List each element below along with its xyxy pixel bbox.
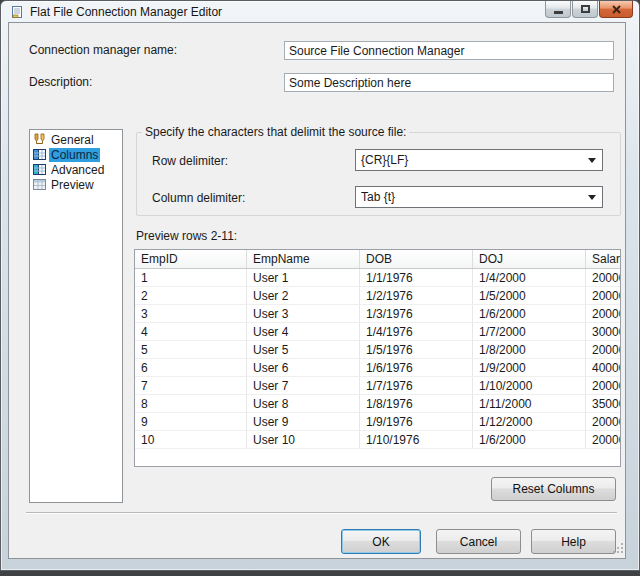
table-cell: 20000 — [586, 377, 621, 394]
table-cell: User 6 — [247, 359, 360, 376]
sidebar-item-general[interactable]: General — [33, 132, 122, 147]
table-cell: 1/7/1976 — [360, 377, 473, 394]
description-label: Description: — [29, 75, 92, 89]
column-delimiter-combobox[interactable]: Tab {t} — [355, 186, 603, 208]
table-cell: 20000 — [586, 305, 621, 322]
delimiters-groupbox: Specify the characters that delimit the … — [136, 132, 621, 216]
table-cell: 7 — [135, 377, 247, 394]
row-delimiter-combobox[interactable]: {CR}{LF} — [355, 149, 603, 171]
table-cell: 20000 — [586, 431, 621, 448]
sidebar-item-label: Preview — [49, 178, 96, 192]
table-cell: 1/4/2000 — [473, 269, 586, 286]
table-cell: 20000 — [586, 341, 621, 358]
table-cell: 1/3/1976 — [360, 305, 473, 322]
table-cell: 1/5/1976 — [360, 341, 473, 358]
table-row[interactable]: 10User 101/10/19761/6/200020000 — [135, 431, 621, 449]
table-cell: 1 — [135, 269, 247, 286]
table-cell: 1/9/1976 — [360, 413, 473, 430]
table-cell: 1/11/2000 — [473, 395, 586, 412]
table-advanced-icon — [33, 163, 46, 176]
table-cell: 20000 — [586, 287, 621, 304]
description-input[interactable] — [284, 73, 614, 92]
sidebar-item-columns[interactable]: Columns — [33, 147, 122, 162]
close-icon — [611, 4, 622, 15]
resize-grip-icon[interactable] — [612, 542, 624, 557]
table-cell: User 4 — [247, 323, 360, 340]
table-cell: User 1 — [247, 269, 360, 286]
table-row[interactable]: 6User 61/6/19761/9/200040000 — [135, 359, 621, 377]
connection-icon — [33, 133, 46, 146]
table-row[interactable]: 8User 81/8/19761/11/200035000 — [135, 395, 621, 413]
sidebar-item-preview[interactable]: Preview — [33, 177, 122, 192]
table-cell: User 7 — [247, 377, 360, 394]
help-button[interactable]: Help — [531, 529, 616, 554]
table-cell: 1/2/1976 — [360, 287, 473, 304]
table-cell: 1/8/2000 — [473, 341, 586, 358]
connection-name-input[interactable] — [284, 41, 614, 60]
table-cell: 1/1/1976 — [360, 269, 473, 286]
row-delimiter-value: {CR}{LF} — [361, 153, 408, 167]
table-cell: 1/12/2000 — [473, 413, 586, 430]
table-cell: User 8 — [247, 395, 360, 412]
column-header[interactable]: DOB — [360, 250, 473, 268]
table-row[interactable]: 4User 41/4/19761/7/200030000 — [135, 323, 621, 341]
column-header[interactable]: DOJ — [473, 250, 586, 268]
table-cell: 1/7/2000 — [473, 323, 586, 340]
window-icon — [10, 5, 24, 19]
chevron-down-icon — [588, 195, 596, 200]
cancel-button[interactable]: Cancel — [436, 529, 521, 554]
table-cell: User 10 — [247, 431, 360, 448]
column-header[interactable]: Salary — [586, 250, 621, 268]
column-delimiter-label: Column delimiter: — [152, 191, 245, 205]
table-row[interactable]: 9User 91/9/19761/12/200020000 — [135, 413, 621, 431]
table-row[interactable]: 7User 71/7/19761/10/200020000 — [135, 377, 621, 395]
table-cell: 20000 — [586, 413, 621, 430]
window-title: Flat File Connection Manager Editor — [30, 5, 222, 19]
delimiters-group-label: Specify the characters that delimit the … — [142, 125, 409, 139]
column-header[interactable]: EmpID — [135, 250, 247, 268]
table-cell: 1/10/2000 — [473, 377, 586, 394]
table-row[interactable]: 3User 31/3/19761/6/200020000 — [135, 305, 621, 323]
chevron-down-icon — [588, 158, 596, 163]
table-cell: User 3 — [247, 305, 360, 322]
sidebar-item-label: Advanced — [49, 163, 106, 177]
preview-table-body: 1User 11/1/19761/4/2000200002User 21/2/1… — [135, 269, 620, 449]
table-row[interactable]: 1User 11/1/19761/4/200020000 — [135, 269, 621, 287]
table-row[interactable]: 2User 21/2/19761/5/200020000 — [135, 287, 621, 305]
preview-table[interactable]: EmpIDEmpNameDOBDOJSalary 1User 11/1/1976… — [134, 249, 621, 467]
table-cell: 5 — [135, 341, 247, 358]
table-cell: 10 — [135, 431, 247, 448]
table-cell: 1/6/2000 — [473, 305, 586, 322]
table-cell: 4 — [135, 323, 247, 340]
connection-name-label: Connection manager name: — [29, 43, 177, 57]
minimize-button[interactable] — [545, 1, 571, 18]
table-cell: 35000 — [586, 395, 621, 412]
sidebar-item-label: Columns — [49, 148, 100, 162]
table-cell: User 9 — [247, 413, 360, 430]
dialog-client-area: Connection manager name: Description: Ge… — [8, 22, 626, 559]
maximize-icon — [581, 5, 590, 13]
table-cell: 9 — [135, 413, 247, 430]
dialog-window: Flat File Connection Manager Editor Conn… — [0, 0, 640, 571]
close-button[interactable] — [599, 1, 633, 18]
table-preview-icon — [33, 178, 46, 191]
pages-list: General Columns — [29, 129, 123, 503]
minimize-icon — [554, 11, 563, 14]
table-cell: 1/5/2000 — [473, 287, 586, 304]
table-columns-icon — [33, 148, 46, 161]
sidebar-item-label: General — [49, 133, 96, 147]
table-cell: 1/4/1976 — [360, 323, 473, 340]
separator-line — [26, 512, 617, 514]
reset-columns-button[interactable]: Reset Columns — [491, 477, 616, 501]
table-cell: 3 — [135, 305, 247, 322]
maximize-button[interactable] — [572, 1, 598, 18]
sidebar-item-advanced[interactable]: Advanced — [33, 162, 122, 177]
table-cell: 1/9/2000 — [473, 359, 586, 376]
ok-button[interactable]: OK — [341, 529, 421, 554]
table-cell: 2 — [135, 287, 247, 304]
table-cell: 20000 — [586, 269, 621, 286]
table-row[interactable]: 5User 51/5/19761/8/200020000 — [135, 341, 621, 359]
column-header[interactable]: EmpName — [247, 250, 360, 268]
table-cell: 6 — [135, 359, 247, 376]
table-cell: 8 — [135, 395, 247, 412]
